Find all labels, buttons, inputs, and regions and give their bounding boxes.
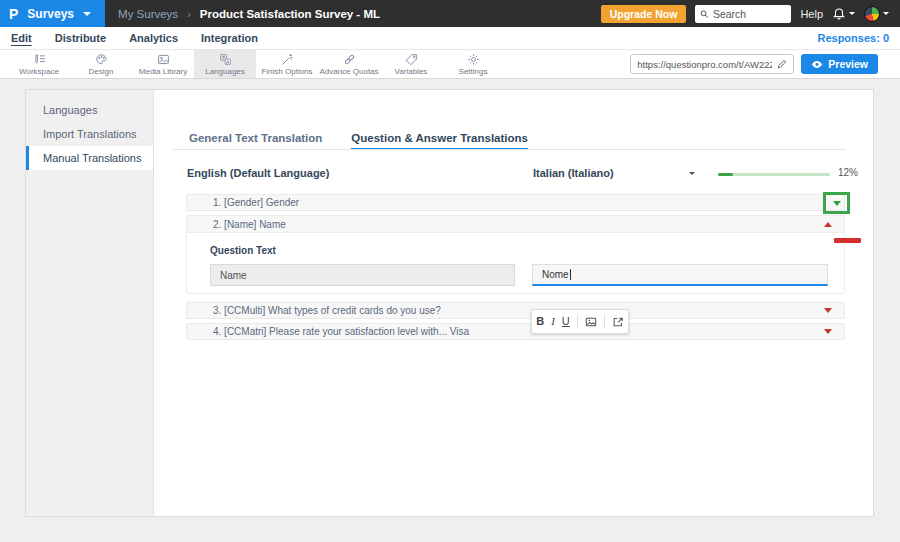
subnav-item-edit[interactable]: Edit [11,32,32,44]
tool-label: Languages [205,67,245,76]
question-text-label: Question Text [210,245,844,256]
translation-editor: Question Text Name Nome B [187,233,844,293]
question-list: 1. [Gender] Gender 2. [Name] Name Questi… [186,194,845,344]
breadcrumb-parent[interactable]: My Surveys [118,8,178,20]
tool-settings[interactable]: Settings [442,50,504,78]
source-language-label: English (Default Language) [187,167,329,179]
edit-toolbar: Workspace Design Media Library Languages… [0,50,900,79]
toolbar-divider [577,315,578,328]
sidebar-item-manual-translations[interactable]: Manual Translations [26,146,153,170]
account-menu[interactable] [864,6,889,22]
expand-caret-icon[interactable] [833,201,841,206]
subnav-item-analytics[interactable]: Analytics [129,32,178,44]
bell-icon [832,7,846,21]
search-icon [700,9,709,19]
translation-progress-bar [718,173,830,176]
preview-label: Preview [828,58,868,70]
survey-subnav: Edit Distribute Analytics Integration Re… [0,27,900,50]
target-language-select[interactable]: Italian (Italiano) [533,167,695,179]
sidebar-item-languages[interactable]: Languages [26,98,153,122]
bold-button[interactable]: B [536,316,544,327]
source-text-value: Name [220,270,247,281]
text-cursor [570,269,571,280]
translation-tabs: General Text Translation Question & Answ… [189,132,528,150]
format-toolbar: B I U [531,309,629,334]
breadcrumb: My Surveys › Product Satisfaction Survey… [118,8,380,20]
tabs-divider [173,149,846,150]
responses-count[interactable]: Responses: 0 [817,32,889,44]
tool-label: Variables [395,67,428,76]
progress-percent: 12% [838,167,858,178]
sidebar-item-import-translations[interactable]: Import Translations [26,122,153,146]
progress-fill [718,173,733,176]
expand-caret-icon[interactable] [824,329,832,334]
italic-button[interactable]: I [551,316,555,327]
target-language-label: Italian (Italiano) [533,167,614,179]
chevron-down-icon [83,12,91,16]
tool-label: Settings [459,67,488,76]
question-label: 2. [Name] Name [213,219,286,230]
notifications-button[interactable] [832,7,855,21]
tool-workspace[interactable]: Workspace [8,50,70,78]
translations-main: General Text Translation Question & Answ… [154,90,873,516]
question-label: 4. [CCMatri] Please rate your satisfacti… [213,326,469,337]
tool-label: Media Library [139,67,187,76]
settings-icon [467,53,480,66]
source-text-field: Name [210,264,515,286]
finish-options-icon [281,53,294,66]
variables-icon [405,53,418,66]
questionpro-logo: P [9,6,18,22]
translations-sidebar: Languages Import Translations Manual Tra… [26,90,154,516]
collapse-caret-icon[interactable] [824,222,832,227]
eye-icon [811,60,823,69]
product-switcher[interactable]: P Surveys [0,0,105,27]
target-text-value: Nome [542,269,569,280]
insert-image-button[interactable] [585,316,597,328]
target-text-input[interactable]: Nome [532,264,828,286]
avatar [864,6,880,22]
annotation-red-underline [834,238,861,243]
product-menu-label: Surveys [27,7,74,21]
tool-variables[interactable]: Variables [380,50,442,78]
content-area: Languages Import Translations Manual Tra… [0,79,900,542]
search-input[interactable] [713,8,786,20]
languages-icon [219,53,232,66]
tool-media-library[interactable]: Media Library [132,50,194,78]
subnav-item-distribute[interactable]: Distribute [55,32,106,44]
question-row-gender[interactable]: 1. [Gender] Gender [186,194,845,211]
top-navbar: P Surveys My Surveys › Product Satisfact… [0,0,900,27]
chevron-down-icon [883,12,889,15]
subnav-item-integration[interactable]: Integration [201,32,258,44]
survey-url: https://questionpro.com/t/AW22Zd1S1 [637,59,772,70]
toolbar-divider [604,315,605,328]
tool-label: Design [89,67,114,76]
advance-quotas-icon [343,53,356,66]
tool-label: Workspace [19,67,59,76]
question-row-ccmatri[interactable]: 4. [CCMatri] Please rate your satisfacti… [186,323,845,340]
chevron-down-icon [689,172,695,175]
tool-languages[interactable]: Languages [194,50,256,78]
breadcrumb-separator: › [187,8,191,20]
design-icon [95,53,108,66]
survey-title: Product Satisfaction Survey - ML [200,8,380,20]
tab-question-answer-translations[interactable]: Question & Answer Translations [351,132,528,150]
tool-label: Advance Quotas [319,67,378,76]
preview-button[interactable]: Preview [801,54,878,74]
survey-url-field[interactable]: https://questionpro.com/t/AW22Zd1S1 [630,54,794,74]
question-row-ccmulti[interactable]: 3. [CCMulti] What types of credit cards … [186,302,845,319]
expand-caret-icon[interactable] [824,308,832,313]
tab-general-text-translation[interactable]: General Text Translation [189,132,322,150]
tool-design[interactable]: Design [70,50,132,78]
tool-finish-options[interactable]: Finish Options [256,50,318,78]
edit-pencil-icon[interactable] [777,59,787,69]
global-search[interactable] [695,5,791,23]
underline-button[interactable]: U [562,316,570,327]
chevron-down-icon [849,12,855,15]
upgrade-now-button[interactable]: Upgrade Now [601,5,687,23]
help-link[interactable]: Help [800,8,823,20]
question-row-name[interactable]: 2. [Name] Name [187,216,844,233]
insert-link-button[interactable] [612,316,624,328]
question-label: 1. [Gender] Gender [213,197,299,208]
translations-card: Languages Import Translations Manual Tra… [25,89,874,517]
tool-advance-quotas[interactable]: Advance Quotas [318,50,380,78]
